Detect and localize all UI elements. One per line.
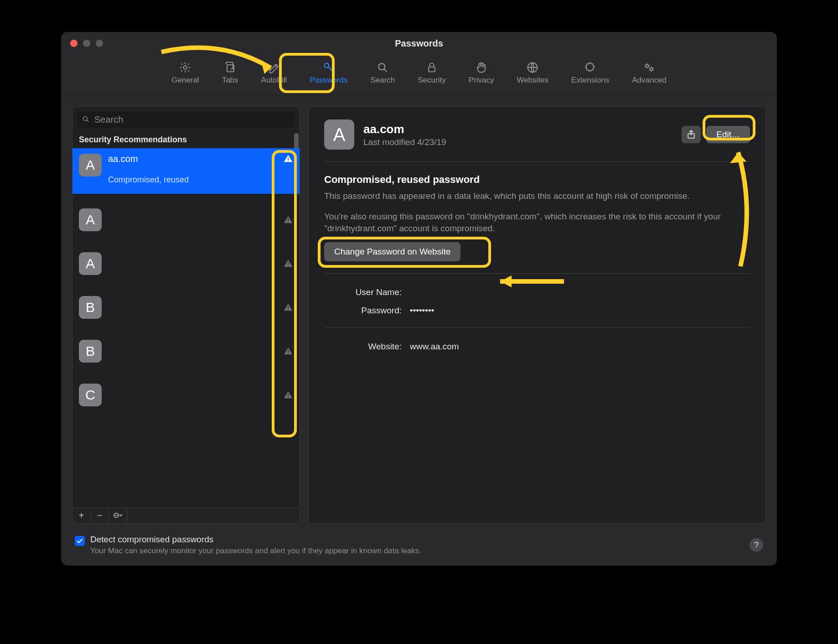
warning-icon <box>283 154 293 164</box>
tab-websites[interactable]: Websites <box>512 58 553 88</box>
gear-icon <box>179 61 191 74</box>
tab-security[interactable]: Security <box>413 58 450 88</box>
hand-icon <box>475 61 488 74</box>
divider <box>324 327 750 328</box>
tab-label: General <box>171 76 199 85</box>
titlebar: Passwords <box>61 32 777 55</box>
detail-subtitle: Last modified 4/23/19 <box>363 137 672 147</box>
tabs-icon <box>224 61 237 74</box>
username-label: User Name: <box>333 287 402 297</box>
help-button[interactable]: ? <box>750 538 763 552</box>
warning-text: You're also reusing this password on "dr… <box>324 211 750 235</box>
tab-label: AutoFill <box>261 76 287 85</box>
password-list: A aa.com Compromised, reused A <box>72 148 300 508</box>
share-button[interactable] <box>682 126 701 143</box>
warning-icon <box>283 302 293 312</box>
password-value[interactable]: •••••••• <box>410 306 750 316</box>
search-icon <box>376 61 389 74</box>
checkbox-description: Your Mac can securely monitor your passw… <box>90 546 421 556</box>
list-item[interactable]: B <box>72 333 300 369</box>
svg-point-13 <box>117 515 118 516</box>
tab-label: Passwords <box>310 76 347 85</box>
divider <box>324 273 750 274</box>
password-label: Password: <box>333 306 402 316</box>
credentials-grid: User Name: Password: •••••••• <box>333 287 750 316</box>
key-icon <box>322 61 335 74</box>
tab-autofill[interactable]: AutoFill <box>257 58 292 88</box>
website-value[interactable]: www.aa.com <box>410 342 750 352</box>
search-icon <box>82 115 90 125</box>
tab-label: Extensions <box>571 76 609 85</box>
list-item-title: aa.com <box>108 154 277 164</box>
lock-icon <box>425 61 438 74</box>
website-label: Website: <box>333 342 402 352</box>
list-item[interactable]: A aa.com Compromised, reused <box>72 148 300 194</box>
tab-label: Search <box>370 76 395 85</box>
avatar: C <box>79 384 102 406</box>
svg-point-3 <box>379 63 385 70</box>
tab-search[interactable]: Search <box>366 58 399 88</box>
username-value[interactable] <box>410 287 750 297</box>
more-actions-button[interactable] <box>109 508 127 523</box>
change-password-button[interactable]: Change Password on Website <box>324 242 460 261</box>
tab-label: Websites <box>517 76 548 85</box>
password-detail-panel: A aa.com Last modified 4/23/19 Edit… <box>308 106 766 524</box>
autofill-icon <box>268 61 280 74</box>
search-input[interactable] <box>77 111 295 128</box>
window-title: Passwords <box>61 38 777 49</box>
avatar: A <box>79 154 102 177</box>
warning-icon <box>283 215 293 225</box>
list-item[interactable]: A <box>72 246 300 281</box>
svg-point-11 <box>114 515 115 516</box>
detail-header: A aa.com Last modified 4/23/19 Edit… <box>324 119 750 150</box>
add-button[interactable]: + <box>72 508 91 523</box>
traffic-lights <box>70 40 103 47</box>
avatar: A <box>324 119 354 150</box>
puzzle-icon <box>584 61 597 74</box>
list-item[interactable]: C <box>72 377 300 413</box>
tab-extensions[interactable]: Extensions <box>567 58 614 88</box>
globe-icon <box>526 61 539 74</box>
tab-label: Tabs <box>222 76 238 85</box>
list-item[interactable]: B <box>72 290 300 325</box>
preferences-window: Passwords General Tabs AutoFill <box>61 32 777 566</box>
content-area: Security Recommendations A aa.com Compro… <box>61 95 777 529</box>
avatar: A <box>79 208 102 231</box>
tab-general[interactable]: General <box>167 58 203 88</box>
detect-compromised-checkbox[interactable] <box>75 536 85 546</box>
tab-label: Privacy <box>469 76 494 85</box>
svg-point-6 <box>646 65 648 68</box>
svg-point-7 <box>650 68 653 71</box>
close-window-button[interactable] <box>70 40 78 47</box>
svg-point-9 <box>83 116 87 120</box>
password-list-panel: Security Recommendations A aa.com Compro… <box>72 106 300 524</box>
svg-point-0 <box>184 66 187 69</box>
tab-tabs[interactable]: Tabs <box>217 58 243 88</box>
section-header: Security Recommendations <box>72 132 300 148</box>
checkbox-label: Detect compromised passwords <box>90 535 421 545</box>
warning-icon <box>283 346 293 356</box>
warning-icon <box>283 259 293 269</box>
preferences-toolbar: General Tabs AutoFill Passwords <box>61 55 777 95</box>
website-grid: Website: www.aa.com <box>333 342 750 352</box>
svg-rect-4 <box>429 67 435 72</box>
remove-button[interactable]: − <box>91 508 109 523</box>
svg-point-2 <box>324 63 329 68</box>
tab-label: Security <box>418 76 445 85</box>
footer-options: Detect compromised passwords Your Mac ca… <box>61 529 777 566</box>
avatar: B <box>79 296 102 319</box>
warning-text: This password has appeared in a data lea… <box>324 190 750 203</box>
divider <box>324 161 750 162</box>
tab-passwords[interactable]: Passwords <box>305 58 352 88</box>
list-item-subtitle: Compromised, reused <box>108 175 277 185</box>
avatar: B <box>79 340 102 363</box>
tab-privacy[interactable]: Privacy <box>464 58 499 88</box>
warning-icon <box>283 390 293 400</box>
fullscreen-window-button[interactable] <box>96 40 103 47</box>
edit-button[interactable]: Edit… <box>706 126 750 143</box>
list-footer: + − <box>72 508 300 523</box>
detail-title: aa.com <box>363 122 672 136</box>
list-item[interactable]: A <box>72 202 300 238</box>
minimize-window-button[interactable] <box>83 40 90 47</box>
tab-advanced[interactable]: Advanced <box>627 58 671 88</box>
